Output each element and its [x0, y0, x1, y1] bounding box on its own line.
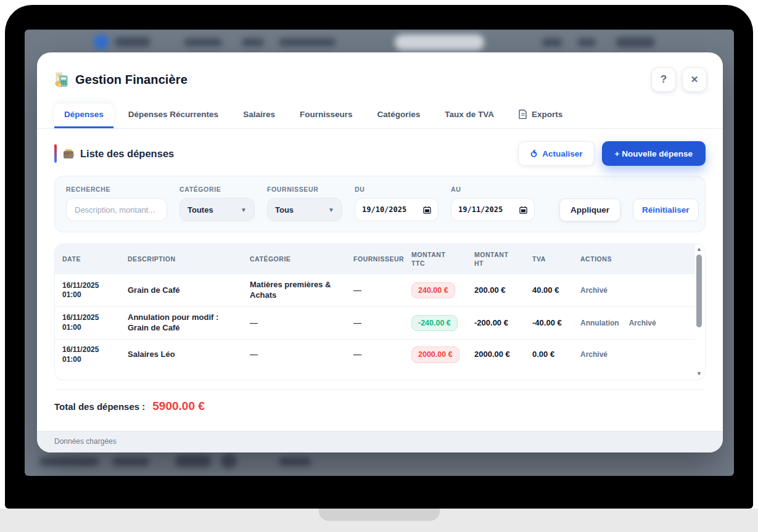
blurred-nav-item — [115, 37, 150, 47]
cell-actions: Archivé — [573, 274, 695, 307]
tab-d-penses[interactable]: Dépenses — [54, 104, 113, 128]
tab-label: Taux de TVA — [445, 110, 494, 119]
blurred-nav-item — [542, 38, 562, 46]
tab-salaires[interactable]: Salaires — [233, 104, 285, 128]
blurred-footer-item — [279, 457, 311, 466]
section-header: Liste des dépenses ⟳ Actualiser + Nouvel… — [54, 141, 706, 166]
amount-ttc-badge: 2000.00 € — [411, 346, 459, 362]
amount-ttc-badge: -240.00 € — [411, 315, 458, 331]
scrollbar-track[interactable] — [696, 253, 702, 370]
date-from-label: DU — [355, 186, 439, 193]
cell-actions: Archivé — [573, 339, 695, 370]
blurred-nav-item — [184, 38, 222, 46]
table-header-row: DATEDESCRIPTIONCATÉGORIEFOURNISSEURMONTA… — [55, 244, 695, 274]
column-header: TVA — [525, 244, 573, 274]
section-title: Liste des dépenses — [80, 148, 174, 160]
tab-taux-de-tva[interactable]: Taux de TVA — [435, 104, 504, 128]
cell-amount-ht: 200.00 € — [467, 274, 525, 307]
cell-category: — — [242, 339, 346, 370]
expenses-table-card: DATEDESCRIPTIONCATÉGORIEFOURNISSEURMONTA… — [54, 243, 706, 380]
tab-label: Dépenses Récurrentes — [128, 110, 218, 119]
cell-tva: -40.00 € — [525, 307, 573, 340]
table-row: 16/11/202501:00Annulation pour modif : G… — [55, 307, 695, 340]
supplier-label: FOURNISSEUR — [267, 186, 342, 193]
cell-tva: 40.00 € — [525, 274, 573, 307]
blurred-nav-item — [279, 38, 336, 46]
tab-label: Salaires — [243, 110, 275, 119]
expenses-table: DATEDESCRIPTIONCATÉGORIEFOURNISSEURMONTA… — [55, 244, 695, 370]
column-header: DESCRIPTION — [120, 244, 242, 274]
apply-button[interactable]: Appliquer — [559, 198, 620, 221]
blurred-footer-item — [39, 457, 99, 466]
cell-tva: 0.00 € — [525, 339, 573, 370]
scrollbar-thumb[interactable] — [696, 255, 702, 327]
table-body: 16/11/202501:00Grain de CaféMatières pre… — [55, 274, 695, 370]
column-header: MONTANT TTC — [404, 244, 467, 274]
tab-cat-gories[interactable]: Catégories — [367, 104, 430, 128]
tab-label: Dépenses — [64, 110, 104, 119]
blurred-footer-item — [112, 457, 149, 466]
action-archiv-[interactable]: Archivé — [629, 319, 656, 327]
screen: Gestion Financière ? ✕ DépensesDépenses … — [25, 30, 734, 476]
action-annulation[interactable]: Annulation — [580, 319, 619, 327]
blurred-logo — [94, 35, 109, 49]
blurred-nav-item — [577, 38, 596, 46]
tab-label: Catégories — [377, 110, 420, 119]
cell-date: 16/11/202501:00 — [55, 274, 120, 307]
tab-bar: DépensesDépenses RécurrentesSalairesFour… — [37, 94, 723, 129]
tab-label: Fournisseurs — [300, 110, 353, 119]
action-archiv-[interactable]: Archivé — [580, 286, 608, 295]
tab-fournisseurs[interactable]: Fournisseurs — [290, 104, 363, 128]
total-row: Total des dépenses : 5900.00 € — [54, 399, 706, 413]
scroll-down-icon[interactable]: ▼ — [696, 370, 702, 378]
modal-header: Gestion Financière ? ✕ — [37, 52, 723, 94]
status-bar: Données chargées — [37, 431, 723, 452]
column-header: MONTANT HT — [467, 244, 525, 274]
cell-supplier: — — [346, 339, 404, 370]
tab-d-penses-r-currentes[interactable]: Dépenses Récurrentes — [118, 104, 228, 128]
blurred-search — [395, 35, 484, 51]
cell-amount-ht: 2000.00 € — [467, 339, 525, 370]
calendar-icon — [423, 206, 431, 214]
supplier-select[interactable]: Tous ▼ — [267, 198, 342, 221]
category-label: CATÉGORIE — [179, 186, 255, 193]
cell-description: Salaires Léo — [120, 339, 242, 370]
close-button[interactable]: ✕ — [682, 67, 707, 92]
divider — [54, 389, 706, 390]
tab-exports[interactable]: Exports — [509, 103, 572, 128]
action-archiv-[interactable]: Archivé — [580, 350, 608, 359]
date-to-label: AU — [451, 186, 535, 193]
document-icon — [519, 109, 527, 119]
scroll-up-icon[interactable]: ▲ — [696, 246, 702, 253]
date-from-input[interactable]: 19/10/2025 — [355, 198, 439, 221]
reset-button[interactable]: Réinitialiser — [633, 198, 699, 221]
cell-category: Matières premières & Achats — [242, 274, 346, 307]
date-to-input[interactable]: 19/11/2025 — [451, 198, 535, 221]
accent-bar — [54, 144, 57, 163]
column-header: ACTIONS — [573, 244, 695, 274]
cell-supplier: — — [346, 274, 404, 307]
table-scrollbar[interactable]: ▲ ▼ — [695, 246, 703, 378]
blurred-footer-item — [221, 454, 237, 469]
category-select[interactable]: Toutes ▼ — [179, 198, 255, 221]
finance-app-icon — [54, 72, 69, 87]
refresh-button[interactable]: ⟳ Actualiser — [518, 141, 595, 166]
cell-supplier: — — [346, 307, 404, 340]
table-row: 16/11/202501:00Grain de CaféMatières pre… — [55, 274, 695, 307]
tab-label: Exports — [532, 110, 562, 119]
blurred-nav-item — [616, 37, 655, 47]
help-button[interactable]: ? — [651, 67, 676, 92]
cell-amount-ttc: -240.00 € — [404, 307, 467, 340]
total-label: Total des dépenses : — [54, 401, 145, 412]
chevron-down-icon: ▼ — [328, 207, 334, 213]
table-row: 16/11/202501:00Salaires Léo——2000.00 €20… — [55, 339, 695, 370]
search-label: RECHERCHE — [66, 186, 167, 193]
blurred-nav-item — [242, 38, 264, 46]
wallet-icon — [63, 149, 75, 159]
column-header: DATE — [55, 244, 120, 274]
new-expense-button[interactable]: + Nouvelle dépense — [602, 141, 706, 166]
column-header: CATÉGORIE — [242, 244, 346, 274]
cell-date: 16/11/202501:00 — [55, 307, 120, 340]
search-input[interactable] — [66, 198, 167, 221]
cell-amount-ht: -200.00 € — [467, 307, 525, 340]
